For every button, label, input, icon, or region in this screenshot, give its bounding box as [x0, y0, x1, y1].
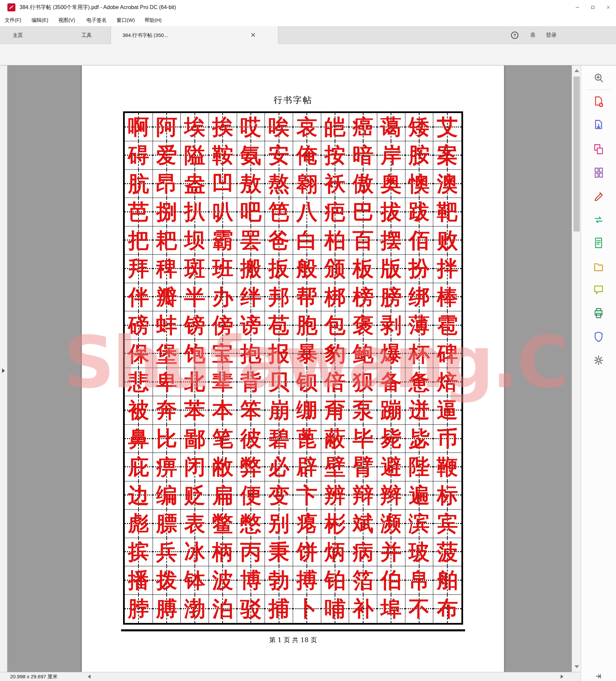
- close-tab-icon[interactable]: [250, 32, 256, 38]
- grid-cell: 铂: [321, 566, 350, 595]
- calligraphy-char: 霸: [209, 226, 237, 254]
- sign-in-button[interactable]: 登录: [546, 26, 557, 44]
- calligraphy-char: 安: [265, 141, 293, 169]
- calligraphy-char: 笔: [209, 425, 237, 452]
- grid-cell: 碍: [125, 141, 153, 170]
- grid-cell: 哀: [293, 113, 321, 141]
- calligraphy-char: 把: [125, 226, 153, 254]
- calligraphy-char: 脖: [125, 595, 153, 622]
- close-button[interactable]: [600, 0, 616, 15]
- request-signatures-icon[interactable]: [592, 213, 605, 225]
- grid-cell: 扳: [265, 255, 293, 283]
- menu-item-0[interactable]: 文件(F): [5, 15, 21, 26]
- notifications-bell-icon[interactable]: [529, 31, 537, 40]
- organize-pages-icon[interactable]: [592, 167, 605, 178]
- print-production-icon[interactable]: [592, 307, 605, 319]
- menu-item-4[interactable]: 窗口(W): [117, 15, 135, 26]
- comment-icon[interactable]: [592, 284, 605, 296]
- calligraphy-char: 膊: [153, 595, 181, 622]
- menu-item-3[interactable]: 电子签名: [86, 15, 107, 26]
- export-pdf-icon[interactable]: [592, 119, 605, 131]
- grid-cell: 悲: [125, 368, 153, 396]
- grid-cell: 扒: [181, 198, 209, 226]
- hscroll-left-icon[interactable]: [88, 675, 91, 679]
- calligraphy-char: 凹: [209, 170, 237, 197]
- calligraphy-char: 彼: [237, 425, 265, 452]
- calligraphy-char: 爸: [265, 226, 293, 254]
- calligraphy-grid: 啊阿埃挨哎唉哀皑癌蔼矮艾碍爱隘鞍氨安俺按暗岸胺案肮昂盎凹敖熬翱袄傲奥懊澳芭捌扒叭…: [123, 111, 463, 625]
- tab-home[interactable]: 主页: [8, 26, 27, 44]
- grid-cell: 鞭: [433, 453, 461, 481]
- grid-cell: 秉: [265, 538, 293, 566]
- grid-cell: 鲍: [349, 340, 377, 368]
- grid-cell: 埃: [181, 113, 209, 141]
- grid-cell: 甭: [321, 396, 350, 424]
- scan-ocr-icon[interactable]: [592, 237, 605, 249]
- grid-cell: 蹦: [377, 396, 405, 424]
- calligraphy-char: 憋: [237, 510, 265, 537]
- calligraphy-char: 庇: [125, 453, 153, 480]
- grid-cell: 埠: [377, 595, 405, 623]
- tab-tools[interactable]: 工具: [76, 26, 97, 44]
- scroll-down-icon[interactable]: [574, 665, 579, 668]
- grid-cell: 惫: [405, 368, 434, 396]
- calligraphy-char: 挨: [209, 113, 237, 141]
- grid-cell: 卜: [293, 595, 321, 623]
- grid-cell: 褒: [349, 311, 377, 339]
- grid-cell: 标: [433, 481, 461, 510]
- calligraphy-char: 包: [321, 311, 349, 339]
- calligraphy-char: 悲: [125, 368, 153, 396]
- grid-cell: 胞: [293, 311, 321, 339]
- help-icon[interactable]: ?: [510, 31, 519, 40]
- hscroll-right-icon[interactable]: [561, 675, 563, 679]
- grid-cell: 案: [433, 141, 461, 170]
- grid-cell: 瓣: [153, 283, 181, 311]
- vertical-scrollbar[interactable]: [572, 66, 581, 672]
- grid-cell: 表: [181, 510, 209, 538]
- edit-pdf-icon[interactable]: [592, 190, 605, 202]
- calligraphy-char: 苞: [265, 311, 293, 339]
- create-pdf-icon[interactable]: [592, 96, 605, 108]
- calligraphy-char: 傲: [349, 170, 377, 197]
- calligraphy-char: 被: [125, 396, 153, 424]
- menu-item-2[interactable]: 视图(V): [58, 15, 75, 26]
- protect-pdf-icon[interactable]: [592, 331, 605, 343]
- grid-cell: 苞: [265, 311, 293, 339]
- calligraphy-char: 耙: [153, 226, 181, 254]
- grid-cell: 氨: [237, 141, 265, 170]
- grid-cell: 搬: [237, 255, 265, 283]
- toolbar: / 18107%: [0, 44, 616, 66]
- calligraphy-char: 博: [237, 566, 265, 594]
- calligraphy-char: 摆: [377, 226, 405, 254]
- expand-left-panel-icon[interactable]: [2, 368, 5, 373]
- calligraphy-char: 泊: [209, 595, 237, 622]
- grid-cell: 边: [125, 481, 153, 510]
- pdf-collection-icon[interactable]: [592, 260, 605, 272]
- calligraphy-char: 柄: [209, 538, 237, 565]
- menu-item-5[interactable]: 帮助(H): [145, 15, 162, 26]
- grid-cell: 搏: [293, 566, 321, 595]
- menu-item-1[interactable]: 编辑(E): [31, 15, 48, 26]
- calligraphy-char: 盎: [181, 170, 209, 197]
- grid-cell: 不: [405, 595, 434, 623]
- scrollbar-thumb[interactable]: [573, 76, 580, 231]
- calligraphy-char: 懊: [405, 170, 433, 197]
- grid-cell: 闭: [181, 453, 209, 481]
- tab-document[interactable]: 384.行书字帖 (350...: [111, 26, 278, 44]
- calligraphy-char: 绊: [237, 283, 265, 311]
- more-tools-icon[interactable]: [592, 354, 605, 366]
- scroll-up-icon[interactable]: [574, 69, 579, 72]
- grid-cell: 爆: [377, 340, 405, 368]
- grid-cell: 百: [349, 226, 377, 255]
- calligraphy-char: 拜: [125, 255, 153, 282]
- combine-files-icon[interactable]: [592, 143, 605, 155]
- calligraphy-char: 柏: [321, 226, 349, 254]
- calligraphy-char: 彪: [125, 510, 153, 537]
- calligraphy-char: 吧: [237, 198, 265, 225]
- collapse-panel-icon[interactable]: [595, 673, 602, 680]
- maximize-button[interactable]: [585, 0, 600, 15]
- calligraphy-char: 败: [433, 226, 461, 254]
- calligraphy-char: 癌: [349, 113, 377, 141]
- zoom-tools-icon[interactable]: [592, 73, 605, 84]
- minimize-button[interactable]: [570, 0, 585, 15]
